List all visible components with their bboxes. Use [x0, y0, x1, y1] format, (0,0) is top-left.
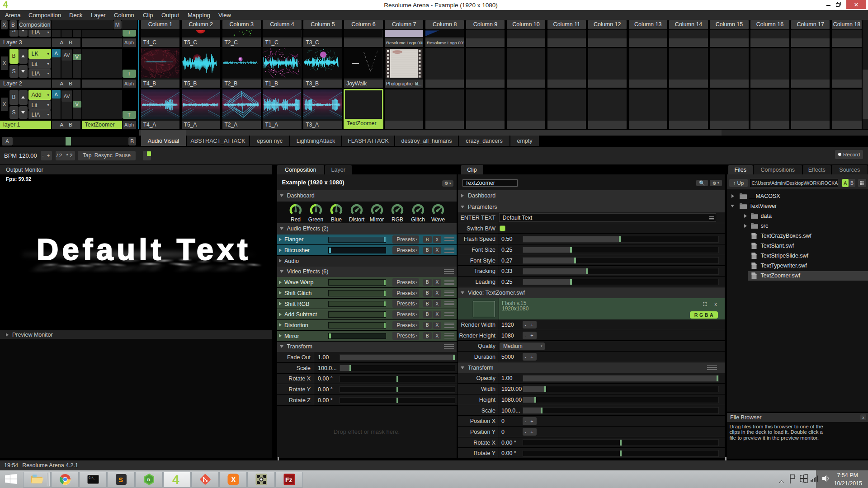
svg-text:4: 4 [172, 473, 179, 486]
svg-text:C:\_: C:\_ [89, 476, 95, 479]
svg-text:S: S [118, 476, 123, 483]
svg-text:n: n [147, 477, 150, 482]
svg-text:Fz: Fz [285, 476, 292, 483]
svg-text:X: X [231, 476, 236, 483]
